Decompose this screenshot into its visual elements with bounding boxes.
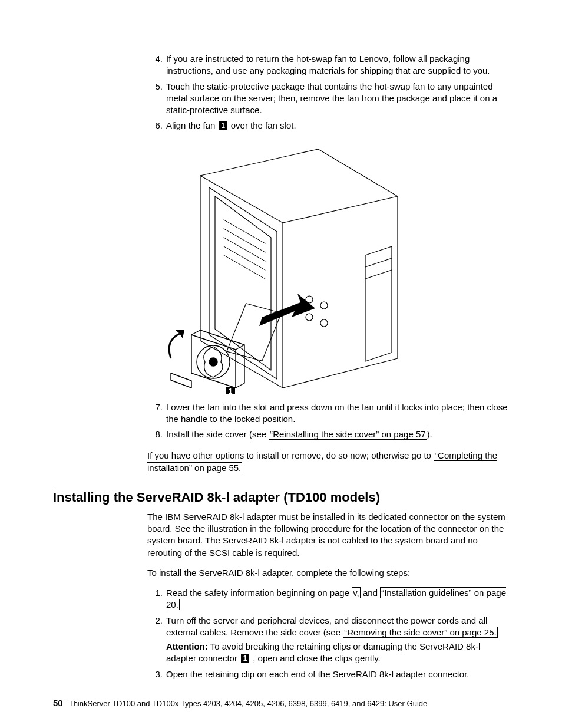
list-item: 8. Install the side cover (see “Reinstal…: [147, 429, 509, 440]
svg-line-3: [224, 229, 265, 252]
list-marker: 4.: [147, 53, 166, 65]
svg-line-6: [224, 255, 265, 279]
ordered-list-mid: 7. Lower the fan into the slot and press…: [147, 401, 509, 441]
list-text: Install the side cover (see “Reinstallin…: [166, 429, 509, 440]
svg-line-0: [365, 258, 392, 267]
link-safety-page[interactable]: v,: [352, 587, 361, 598]
s1-pre: Read the safety information beginning on…: [166, 588, 352, 598]
ordered-list-bottom: 1. Read the safety information beginning…: [147, 587, 509, 680]
callout-icon: 1: [219, 121, 227, 130]
list-text: If you are instructed to return the hot-…: [166, 53, 509, 77]
svg-point-13: [209, 358, 217, 366]
svg-point-10: [306, 314, 313, 321]
list-text: Read the safety information beginning on…: [166, 587, 509, 611]
svg-point-9: [320, 302, 328, 309]
list-item: 5. Touch the static-protective package t…: [147, 81, 509, 117]
step6-post: over the fan slot.: [229, 120, 296, 130]
list-marker: 2.: [147, 615, 166, 627]
s1-mid: and: [361, 588, 380, 598]
list-marker: 7.: [147, 401, 166, 413]
list-marker: 8.: [147, 429, 166, 440]
diagram-callout-label: 1: [229, 387, 233, 394]
list-text: Touch the static-protective package that…: [166, 81, 509, 117]
step8-pre: Install the side cover (see: [166, 429, 269, 439]
intro-paragraph-1: The IBM ServeRAID 8k-l adapter must be i…: [147, 511, 509, 559]
list-marker: 5.: [147, 81, 166, 93]
list-item: 7. Lower the fan into the slot and press…: [147, 401, 509, 426]
step6-pre: Align the fan: [166, 120, 218, 130]
list-text: Turn off the server and peripheral devic…: [166, 615, 509, 665]
list-text: Lower the fan into the slot and press do…: [166, 401, 509, 426]
section-divider: [53, 487, 509, 487]
svg-line-2: [224, 220, 265, 243]
svg-line-5: [224, 246, 265, 270]
svg-line-4: [224, 238, 265, 261]
page: 4. If you are instructed to return the h…: [0, 0, 562, 728]
list-marker: 3.: [147, 668, 166, 680]
attention-label: Attention:: [166, 641, 208, 651]
fan-install-diagram: 1: [165, 140, 509, 396]
list-item: 3. Open the retaining clip on each end o…: [147, 668, 509, 680]
link-reinstall-cover[interactable]: “Reinstalling the side cover” on page 57: [269, 429, 427, 440]
server-chassis-illustration: 1: [165, 140, 401, 394]
list-text: Open the retaining clip on each end of t…: [166, 668, 509, 680]
list-item: 2. Turn off the server and peripheral de…: [147, 615, 509, 665]
step8-post: ).: [427, 429, 432, 439]
svg-line-1: [365, 270, 392, 279]
intro-paragraph-2: To install the ServeRAID 8k-l adapter, c…: [147, 567, 509, 579]
list-item: 6. Align the fan 1 over the fan slot.: [147, 120, 509, 131]
content-top: 4. If you are instructed to return the h…: [147, 53, 509, 474]
list-marker: 6.: [147, 120, 166, 131]
list-item: 1. Read the safety information beginning…: [147, 587, 509, 611]
callout-icon: 1: [241, 654, 249, 663]
content-section: The IBM ServeRAID 8k-l adapter must be i…: [147, 511, 509, 680]
list-marker: 1.: [147, 587, 166, 599]
page-number: 50: [53, 698, 63, 708]
section-heading: Installing the ServeRAID 8k-l adapter (T…: [53, 490, 509, 505]
ordered-list-top: 4. If you are instructed to return the h…: [147, 53, 509, 132]
list-text: Align the fan 1 over the fan slot.: [166, 120, 509, 131]
post-paragraph: If you have other options to install or …: [147, 450, 509, 474]
post-pre: If you have other options to install or …: [147, 450, 434, 460]
page-footer: 50 ThinkServer TD100 and TD100x Types 42…: [53, 698, 509, 708]
link-remove-cover[interactable]: “Removing the side cover” on page 25.: [343, 627, 497, 638]
list-item: 4. If you are instructed to return the h…: [147, 53, 509, 77]
attn-post: , open and close the clips gently.: [250, 653, 381, 663]
footer-text: ThinkServer TD100 and TD100x Types 4203,…: [69, 699, 428, 708]
svg-rect-7: [227, 303, 282, 360]
svg-point-11: [320, 319, 328, 327]
